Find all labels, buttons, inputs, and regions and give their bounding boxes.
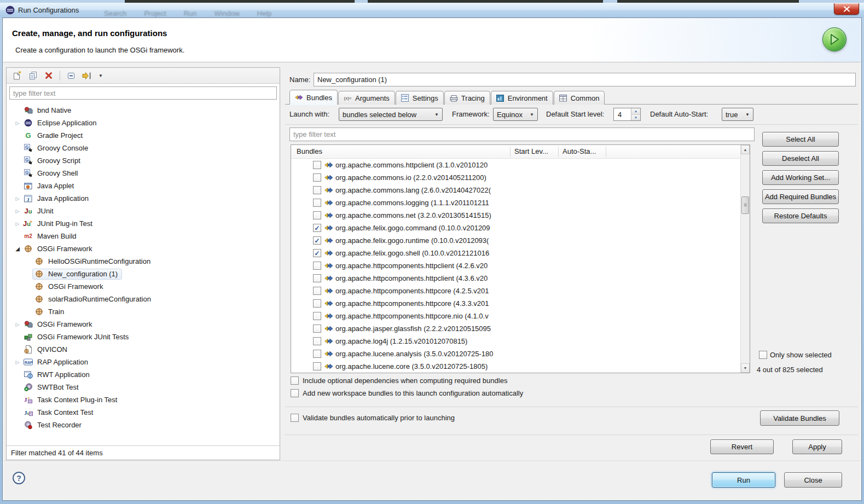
column-header-start-level[interactable]: Start Lev...: [514, 147, 548, 155]
bundle-row[interactable]: org.apache.log4j (1.2.15.v201012070815): [291, 335, 740, 347]
tree-item[interactable]: RWT Application: [7, 368, 280, 381]
bundles-filter-input[interactable]: [289, 128, 755, 141]
validate-row[interactable]: Validate bundles automatically prior to …: [291, 414, 455, 422]
bundle-checkbox[interactable]: ✓: [313, 249, 321, 257]
bundle-checkbox[interactable]: [313, 262, 321, 270]
include-optional-row[interactable]: Include optional dependencies when compu…: [291, 376, 507, 385]
filter-icon[interactable]: [81, 69, 93, 82]
select-all-button[interactable]: Select All: [762, 132, 839, 147]
bundle-row[interactable]: ✓org.apache.felix.gogo.runtime (0.10.0.v…: [291, 234, 740, 247]
tree-item[interactable]: OSGi Framework: [7, 280, 280, 293]
add-working-set-button[interactable]: Add Working Set...: [762, 170, 839, 185]
restore-defaults-button[interactable]: Restore Defaults: [762, 208, 839, 223]
tree-twisty-icon[interactable]: ▷: [14, 360, 21, 365]
tree-twisty-icon[interactable]: ▷: [14, 120, 21, 126]
tree-twisty-icon[interactable]: ◢: [14, 246, 21, 252]
bundle-checkbox[interactable]: [313, 186, 321, 194]
tree-item[interactable]: ▷Eclipse Application: [7, 117, 280, 129]
apply-button[interactable]: Apply: [792, 439, 842, 454]
tree-item[interactable]: bnd Native: [7, 104, 280, 117]
bundle-row[interactable]: ✓org.apache.felix.gogo.shell (0.10.0.v20…: [291, 247, 740, 259]
configuration-name-input[interactable]: [314, 73, 856, 86]
tree-item[interactable]: ◢OSGi Framework: [7, 242, 280, 255]
run-button[interactable]: Run: [712, 472, 775, 488]
tab-tracing[interactable]: Tracing: [444, 91, 490, 105]
tree-item[interactable]: ▷Ju»JUnit Plug-in Test: [7, 217, 280, 230]
tree-item[interactable]: ▷OSGi Framework: [7, 318, 280, 331]
collapse-all-button[interactable]: [65, 69, 77, 82]
include-optional-checkbox[interactable]: [291, 376, 299, 385]
new-configuration-button[interactable]: [11, 69, 23, 82]
revert-button[interactable]: Revert: [710, 439, 774, 454]
tree-twisty-icon[interactable]: ▷: [14, 221, 21, 227]
close-button[interactable]: Close: [784, 472, 842, 488]
start-level-spinner[interactable]: 4 ▲▼: [613, 108, 641, 121]
bundle-checkbox[interactable]: [313, 161, 321, 169]
tree-item[interactable]: J»Task Context Plug-in Test: [7, 393, 280, 406]
tree-twisty-icon[interactable]: ▷: [14, 208, 21, 214]
launch-with-select[interactable]: bundles selected below▼: [339, 108, 443, 121]
tree-item[interactable]: Test Recorder: [7, 419, 280, 431]
bundle-row[interactable]: org.apache.httpcomponents.httpcore.nio (…: [291, 310, 740, 322]
bundle-row[interactable]: org.apache.lucene.analysis (3.5.0.v20120…: [291, 347, 740, 360]
bundle-row[interactable]: org.apache.httpcomponents.httpclient (4.…: [291, 272, 740, 285]
tree-item[interactable]: ▷JuJUnit: [7, 205, 280, 217]
bundle-checkbox[interactable]: ✓: [313, 236, 321, 245]
bundle-checkbox[interactable]: [313, 350, 321, 358]
tab-settings[interactable]: Settings: [396, 91, 444, 105]
tree-item[interactable]: SWTBot Test: [7, 381, 280, 393]
help-button[interactable]: ?: [13, 472, 25, 484]
chevron-down-icon[interactable]: ▼: [97, 69, 105, 82]
bundle-checkbox[interactable]: [313, 199, 321, 207]
add-workspace-row[interactable]: Add new workspace bundles to this launch…: [291, 389, 523, 397]
only-show-selected-checkbox[interactable]: [759, 351, 767, 359]
tree-item[interactable]: solarRadioRuntimeConfiguration: [7, 293, 280, 305]
bundle-row[interactable]: org.apache.httpcomponents.httpclient (4.…: [291, 259, 740, 272]
spinner-up-button[interactable]: ▲: [631, 108, 640, 115]
title-bar[interactable]: SearchProjectRunWindowHelp Run Configura…: [0, 3, 864, 18]
bundle-checkbox[interactable]: ✓: [313, 224, 321, 232]
tree-item[interactable]: OSGi Framework JUnit Tests: [7, 331, 280, 343]
tree-item[interactable]: GGroovy Console: [7, 142, 280, 154]
tree-item[interactable]: New_configuration (1): [7, 268, 280, 280]
tree-twisty-icon[interactable]: ▷: [14, 196, 21, 201]
column-header-bundles[interactable]: Bundles: [297, 147, 322, 155]
tree-item[interactable]: GGroovy Script: [7, 154, 280, 167]
tree-item[interactable]: ▷RAPRAP Application: [7, 356, 280, 368]
duplicate-configuration-button[interactable]: [27, 69, 39, 82]
only-show-selected-row[interactable]: Only show selected: [759, 351, 832, 359]
tree-item[interactable]: GGradle Project: [7, 129, 280, 142]
tab-arguments[interactable]: (x)=Arguments: [338, 91, 395, 105]
bundle-checkbox[interactable]: [313, 325, 321, 333]
bundle-row[interactable]: ✓org.apache.felix.gogo.command (0.10.0.v…: [291, 222, 740, 234]
bundle-checkbox[interactable]: [313, 211, 321, 219]
bundle-row[interactable]: org.apache.commons.httpclient (3.1.0.v20…: [291, 159, 740, 171]
bundle-checkbox[interactable]: [313, 299, 321, 308]
add-required-bundles-button[interactable]: Add Required Bundles: [762, 189, 839, 204]
bundle-row[interactable]: org.apache.jasper.glassfish (2.2.2.v2012…: [291, 322, 740, 335]
spinner-down-button[interactable]: ▼: [631, 115, 640, 121]
bundle-row[interactable]: org.apache.lucene.core (3.5.0.v20120725-…: [291, 360, 740, 373]
bundle-checkbox[interactable]: [313, 312, 321, 320]
bundle-row[interactable]: org.apache.commons.net (3.2.0.v201305141…: [291, 209, 740, 222]
delete-configuration-button[interactable]: [43, 69, 55, 82]
bundle-checkbox[interactable]: [313, 337, 321, 345]
column-header-auto-start[interactable]: Auto-Sta...: [563, 147, 596, 155]
scroll-up-button[interactable]: ▲: [741, 145, 750, 154]
validate-bundles-button[interactable]: Validate Bundles: [760, 410, 839, 426]
bundle-checkbox[interactable]: [313, 274, 321, 282]
auto-start-select[interactable]: true▼: [722, 108, 753, 121]
bundle-checkbox[interactable]: [313, 173, 321, 182]
tree-item[interactable]: HelloOSGiRuntimeConfiguration: [7, 255, 280, 268]
tree-item[interactable]: Java Applet: [7, 179, 280, 192]
tree-item[interactable]: JuTask Context Test: [7, 406, 280, 419]
deselect-all-button[interactable]: Deselect All: [762, 151, 839, 166]
scrollbar-thumb[interactable]: ☰: [741, 196, 749, 214]
validate-checkbox[interactable]: [291, 414, 299, 422]
configurations-filter-input[interactable]: [9, 86, 277, 100]
framework-select[interactable]: Equinox▼: [493, 108, 538, 121]
bundle-row[interactable]: org.apache.commons.lang (2.6.0.v20140427…: [291, 184, 740, 196]
add-workspace-checkbox[interactable]: [291, 389, 299, 397]
bundle-row[interactable]: org.apache.commons.logging (1.1.1.v20110…: [291, 196, 740, 209]
tab-bundles[interactable]: Bundles: [289, 90, 338, 105]
